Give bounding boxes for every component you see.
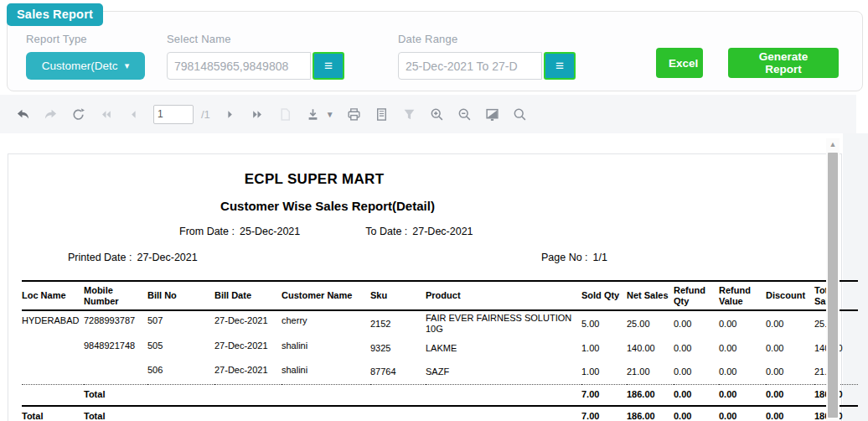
blank-page-icon[interactable] [278,107,293,122]
undo-icon[interactable] [15,107,30,122]
select-name-label: Select Name [167,33,376,45]
date-range-input[interactable] [398,52,542,80]
table-cell: 140.00 [627,336,674,361]
refresh-icon[interactable] [70,107,85,122]
viewer-scrollbar[interactable]: ▲ [826,138,840,421]
table-cell: 186.00 [627,385,674,406]
table-cell: 0.00 [719,406,766,421]
report-type-dropdown[interactable]: Customer(Detc ▾ [26,52,145,80]
report-meta-row: Printed Date :27-Dec-2021 Page No :1/1 [8,252,841,265]
filter-icon[interactable] [402,107,417,122]
table-row: 50627-Dec-2021shalini87764SAZF1.0021.000… [22,361,858,385]
filter-panel: Report Type Customer(Detc ▾ Select Name … [7,11,863,91]
table-cell: 0.00 [674,310,719,335]
column-header: Sold Qty [581,281,627,310]
table-cell: FAIR EVER FAIRNESS SOLUTION 10G [426,310,581,335]
zoom-in-icon[interactable] [430,107,445,122]
column-header: Bill No [147,281,214,310]
report-type-value: Customer(Detc [42,60,118,72]
table-cell: 7.00 [581,385,627,406]
redo-icon[interactable] [43,107,58,122]
generate-report-button[interactable]: Generate Report [728,48,839,78]
table-cell: 186.00 [627,406,674,421]
table-cell: 7288993787 [84,310,147,335]
hamburger-icon: ≡ [555,59,564,73]
table-cell: 507 [147,310,214,335]
table-cell: Total [84,406,147,421]
table-cell: 0.00 [766,406,814,421]
report-company-name: ECPL SUPER MART [8,171,620,188]
to-date-label: To Date : [365,226,407,237]
table-cell: 5.00 [581,310,627,335]
column-header: Bill Date [214,281,282,310]
column-header: Net Sales [627,281,674,310]
table-cell: SAZF [426,361,581,385]
table-cell [282,385,370,406]
select-name-input[interactable] [167,52,311,80]
from-date-value: 25-Dec-2021 [240,226,300,237]
chevron-down-icon: ▾ [125,60,130,71]
table-row: TotalTotal7.00186.000.000.000.00186.00 [22,406,858,421]
scrollbar-thumb[interactable] [828,153,838,418]
select-name-field: Select Name ≡ [167,33,376,80]
print-icon[interactable] [347,107,362,122]
table-cell [370,385,426,406]
table-cell: 1.00 [581,336,627,361]
page-total-label: /1 [201,108,210,121]
document-icon[interactable] [375,107,390,122]
report-document: ECPL SUPER MART Customer Wise Sales Repo… [8,153,842,421]
report-type-field: Report Type Customer(Detc ▾ [26,33,167,80]
date-range-menu-button[interactable]: ≡ [544,52,576,80]
next-page-icon[interactable] [223,107,238,122]
first-page-icon[interactable] [98,107,113,122]
table-cell: 87764 [370,361,426,385]
table-cell: HYDERABAD [22,310,84,335]
table-cell: LAKME [426,336,581,361]
table-cell [214,385,282,406]
table-cell: 9848921748 [84,336,147,361]
table-cell [426,385,581,406]
table-cell: 0.00 [674,336,719,361]
printed-date-value: 27-Dec-2021 [137,252,197,263]
table-cell: 9325 [370,336,426,361]
page-number-input[interactable] [153,105,194,124]
table-cell [214,406,282,421]
zoom-out-icon[interactable] [457,107,473,122]
page-no-value: 1/1 [593,252,607,263]
download-caret-icon[interactable]: ▼ [326,110,334,119]
table-cell: Total [84,385,147,406]
table-cell: 25.00 [627,310,674,335]
table-cell [147,385,214,406]
table-cell: 0.00 [674,406,719,421]
excel-button[interactable]: Excel [656,48,703,78]
table-cell: Total [22,406,84,421]
column-header: Product [426,281,581,310]
table-cell: 0.00 [719,361,766,385]
column-header: Mobile Number [84,281,147,310]
table-cell: 7.00 [581,406,627,421]
table-cell: shalini [282,361,370,385]
prev-page-icon[interactable] [126,107,141,122]
column-header: Refund Qty [674,281,719,310]
date-range-field: Date Range ≡ [398,33,607,80]
table-cell: 0.00 [766,310,814,335]
download-icon[interactable] [306,107,321,122]
display-icon[interactable] [485,107,500,122]
select-name-menu-button[interactable]: ≡ [313,52,344,80]
report-date-range: From Date :25-Dec-2021 To Date :27-Dec-2… [179,226,841,237]
report-title: Customer Wise Sales Report(Detail) [8,199,647,213]
table-cell [147,406,214,421]
scrollbar-up-arrow-icon[interactable]: ▲ [826,138,840,150]
table-cell: 0.00 [766,336,814,361]
last-page-icon[interactable] [251,107,266,122]
search-icon[interactable] [513,107,528,122]
table-row: HYDERABAD728899378750727-Dec-2021cherry2… [22,310,858,335]
table-cell: cherry [282,310,370,335]
page-no-label: Page No : [541,252,588,263]
page-title: Sales Report [7,3,103,26]
table-cell [22,385,84,406]
table-cell [426,406,581,421]
table-cell: 27-Dec-2021 [214,361,282,385]
table-cell: 505 [147,336,214,361]
table-row: Total7.00186.000.000.000.00186.00 [22,385,858,406]
